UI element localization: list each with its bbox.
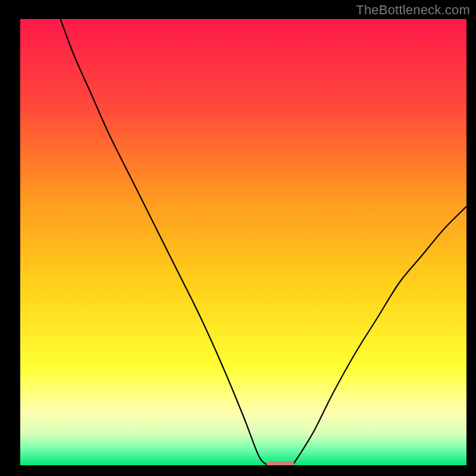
watermark-text: TheBottleneck.com: [356, 2, 470, 18]
optimal-zone-marker: [267, 461, 295, 465]
plot-area: [20, 19, 466, 465]
chart-container: TheBottleneck.com: [0, 0, 476, 476]
chart-svg: [20, 19, 466, 465]
